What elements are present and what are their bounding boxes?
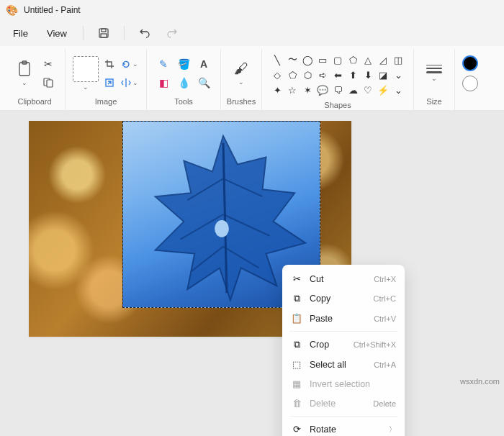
chevron-down-icon: ⌄ — [22, 79, 27, 86]
shape-line[interactable]: ╲ — [271, 53, 284, 66]
paste-button[interactable]: ⌄ — [12, 55, 37, 92]
chevron-down-icon: ⌄ — [431, 75, 437, 82]
menubar: File View — [0, 20, 504, 46]
shape-star5[interactable]: ☆ — [286, 83, 299, 96]
shape-lightning[interactable]: ⚡ — [377, 83, 390, 96]
chevron-down-icon: ⌄ — [132, 79, 138, 86]
chevron-right-icon: 〉 — [389, 424, 396, 435]
menu-file[interactable]: File — [6, 24, 35, 43]
shape-star4[interactable]: ✦ — [271, 83, 284, 96]
ribbon: ⌄ ✂ Clipboard ⌄ ⌄ ⌄ — [0, 46, 504, 111]
resize-button[interactable] — [100, 73, 119, 92]
save-button[interactable] — [92, 22, 115, 45]
group-colors — [455, 49, 485, 110]
magnifier-tool[interactable]: 🔍 — [194, 73, 213, 92]
shape-heart[interactable]: ♡ — [361, 83, 374, 96]
copy-button[interactable] — [39, 73, 58, 92]
canvas-area: ✂ Cut Ctrl+X ⧉ Copy Ctrl+C 📋 Paste Ctrl+… — [0, 111, 504, 436]
menu-view[interactable]: View — [40, 24, 74, 43]
svg-rect-6 — [47, 80, 53, 87]
invert-selection-icon: ▦ — [291, 378, 302, 389]
ctx-rotate[interactable]: ⟳ Rotate 〉 — [285, 419, 402, 436]
shape-triangle[interactable]: △ — [361, 53, 374, 66]
shape-callout-round[interactable]: 💬 — [316, 83, 329, 96]
group-label-clipboard: Clipboard — [17, 96, 51, 109]
shape-diamond[interactable]: ◇ — [271, 68, 284, 81]
shape-curve[interactable]: 〜 — [286, 53, 299, 66]
magnifier-icon: 🔍 — [198, 77, 210, 88]
shape-pentagon[interactable]: ⬠ — [286, 68, 299, 81]
brushes-button[interactable]: 🖌 ⌄ — [228, 55, 254, 92]
select-button[interactable] — [73, 56, 99, 82]
ctx-invert-selection[interactable]: ▦ Invert selection — [285, 374, 402, 394]
paste-icon: 📋 — [291, 313, 302, 324]
flip-button[interactable]: ⌄ — [120, 73, 139, 92]
svg-rect-3 — [19, 63, 30, 76]
shapes-gallery[interactable]: ╲ 〜 ◯ ▭ ▢ ⬠ △ ◿ ◫ ◇ ⬠ ⬡ ➪ ⬅ ⬆ ⬇ ◪ ⌄ ✦ ☆ — [269, 52, 406, 98]
flip-icon — [121, 78, 131, 88]
save-icon — [98, 27, 109, 39]
shape-more[interactable]: ⌄ — [392, 68, 405, 81]
chevron-down-icon: ⌄ — [83, 83, 89, 91]
shape-callout-cloud[interactable]: ☁ — [346, 83, 359, 96]
svg-rect-1 — [102, 29, 106, 32]
crop-icon: ⧉ — [291, 339, 302, 350]
shape-star6[interactable]: ✶ — [301, 83, 314, 96]
ctx-copy[interactable]: ⧉ Copy Ctrl+C — [285, 289, 402, 309]
svg-rect-2 — [101, 34, 107, 37]
shape-polygon[interactable]: ⬠ — [346, 53, 359, 66]
crop-button[interactable] — [100, 55, 119, 73]
rotate-button[interactable]: ⌄ — [120, 55, 139, 73]
cut-button[interactable]: ✂ — [39, 55, 58, 73]
scissors-icon: ✂ — [44, 58, 53, 70]
chevron-down-icon: ⌄ — [238, 78, 244, 86]
shape-arrow-right[interactable]: ➪ — [316, 68, 329, 81]
ctx-cut[interactable]: ✂ Cut Ctrl+X — [285, 269, 402, 289]
group-label-size: Size — [426, 96, 441, 109]
ctx-paste[interactable]: 📋 Paste Ctrl+V — [285, 309, 402, 328]
group-image: ⌄ ⌄ ⌄ Image — [66, 49, 147, 110]
titlebar: 🎨 Untitled - Paint — [0, 0, 504, 20]
ctx-select-all[interactable]: ⬚ Select all Ctrl+A — [285, 355, 402, 374]
shape-right-triangle[interactable]: ◿ — [377, 53, 390, 66]
picker-tool[interactable]: 💧 — [174, 73, 193, 92]
shape-rect[interactable]: ▭ — [316, 53, 329, 66]
shape-fill[interactable]: ◪ — [377, 68, 390, 81]
context-menu: ✂ Cut Ctrl+X ⧉ Copy Ctrl+C 📋 Paste Ctrl+… — [282, 265, 405, 436]
brush-icon: 🖌 — [234, 60, 248, 77]
shape-hexagon[interactable]: ⬡ — [301, 68, 314, 81]
color-secondary[interactable] — [462, 76, 478, 91]
pencil-icon: ✎ — [159, 58, 168, 70]
redo-button[interactable] — [161, 22, 184, 45]
ctx-separator — [289, 416, 397, 417]
color-primary[interactable] — [462, 55, 478, 71]
scissors-icon: ✂ — [291, 273, 302, 284]
app-icon: 🎨 — [6, 4, 18, 16]
pencil-tool[interactable]: ✎ — [154, 55, 173, 73]
group-clipboard: ⌄ ✂ Clipboard — [4, 49, 66, 110]
undo-icon — [139, 27, 150, 39]
shape-callout-oval[interactable]: 🗨 — [331, 83, 344, 96]
shape-outline[interactable]: ◫ — [392, 53, 405, 66]
ctx-crop[interactable]: ⧉ Crop Ctrl+Shift+X — [285, 335, 402, 355]
menu-divider — [124, 26, 125, 40]
size-button[interactable]: ⌄ — [421, 55, 447, 92]
fill-tool[interactable]: 🪣 — [174, 55, 193, 73]
shape-expand[interactable]: ⌄ — [392, 83, 405, 96]
undo-button[interactable] — [133, 22, 156, 45]
select-all-icon: ⬚ — [291, 359, 302, 370]
group-size: ⌄ Size — [414, 49, 455, 110]
shape-roundrect[interactable]: ▢ — [331, 53, 344, 66]
text-icon: A — [200, 58, 207, 70]
eraser-tool[interactable]: ◧ — [154, 73, 173, 92]
rotate-icon: ⟳ — [291, 424, 302, 435]
chevron-down-icon: ⌄ — [132, 60, 138, 68]
ctx-delete[interactable]: 🗑 Delete Delete — [285, 394, 402, 413]
group-label-brushes: Brushes — [227, 96, 256, 109]
shape-oval[interactable]: ◯ — [301, 53, 314, 66]
shape-arrow-up[interactable]: ⬆ — [346, 68, 359, 81]
text-tool[interactable]: A — [194, 55, 213, 73]
shape-arrow-down[interactable]: ⬇ — [361, 68, 374, 81]
shape-arrow-left[interactable]: ⬅ — [331, 68, 344, 81]
crop-icon — [104, 59, 114, 69]
